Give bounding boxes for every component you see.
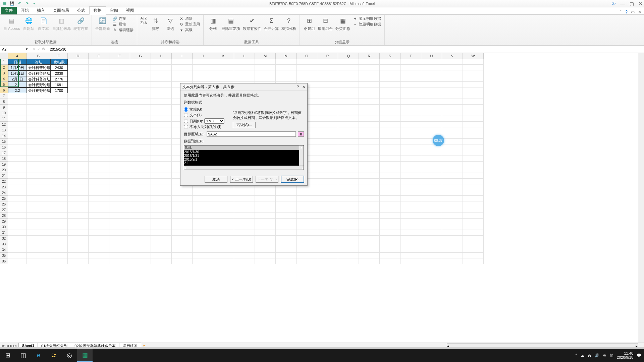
cell[interactable] [380, 127, 400, 133]
cell[interactable] [359, 139, 380, 144]
cell[interactable] [89, 184, 109, 190]
cell[interactable] [276, 241, 297, 247]
cell[interactable] [8, 133, 27, 139]
cell[interactable] [255, 236, 276, 241]
row-header[interactable]: 25 [0, 196, 8, 201]
cell[interactable] [172, 213, 193, 219]
clear-filter-button[interactable]: ✕清除 [179, 16, 200, 21]
cell[interactable] [89, 201, 109, 207]
cell[interactable] [68, 162, 89, 167]
cell[interactable] [255, 70, 276, 76]
cell[interactable] [400, 162, 421, 167]
cell[interactable] [421, 105, 442, 110]
cell[interactable] [317, 116, 338, 122]
remove-duplicates-button[interactable]: ▤删除重复项 [222, 16, 240, 31]
cell[interactable] [359, 70, 380, 76]
cell[interactable] [68, 116, 89, 122]
cell[interactable] [213, 207, 234, 213]
cell[interactable] [380, 184, 400, 190]
cell[interactable] [109, 207, 130, 213]
cell[interactable] [213, 70, 234, 76]
undo-icon[interactable]: ↶ [17, 1, 22, 6]
cell[interactable] [400, 236, 421, 241]
tray-notifications-icon[interactable]: 💬 [637, 353, 641, 358]
cell[interactable] [463, 127, 484, 133]
cell[interactable] [442, 116, 463, 122]
cell[interactable] [27, 201, 50, 207]
cell[interactable] [338, 127, 359, 133]
cell[interactable] [8, 156, 27, 162]
cell[interactable] [89, 156, 109, 162]
cell[interactable] [359, 184, 380, 190]
cell[interactable] [421, 184, 442, 190]
col-header[interactable]: N [276, 53, 297, 59]
close-icon[interactable]: ✕ [639, 1, 643, 6]
tab-page-layout[interactable]: 页面布局 [49, 7, 73, 14]
cell[interactable] [359, 258, 380, 264]
cell[interactable] [8, 93, 27, 99]
cell[interactable] [421, 230, 442, 236]
cell[interactable]: 日期 [8, 59, 27, 65]
cell[interactable] [400, 253, 421, 258]
dialog-titlebar[interactable]: 文本分列向导 - 第 3 步，共 3 步 ?✕ [180, 83, 307, 91]
cell[interactable] [463, 253, 484, 258]
help-icon[interactable]: ? [625, 10, 628, 14]
cell[interactable] [338, 173, 359, 179]
cell[interactable] [109, 122, 130, 127]
row-header[interactable]: 15 [0, 139, 8, 144]
cell[interactable] [463, 122, 484, 127]
cell[interactable] [27, 219, 50, 224]
cell[interactable] [151, 236, 172, 241]
reapply-button[interactable]: ↻重新应用 [179, 22, 200, 27]
cell[interactable] [276, 258, 297, 264]
cell[interactable] [442, 173, 463, 179]
cell[interactable] [50, 144, 68, 150]
cell[interactable] [276, 201, 297, 207]
text-to-columns-button[interactable]: ▥分列 [207, 16, 219, 31]
cell[interactable] [359, 99, 380, 105]
cell[interactable] [89, 196, 109, 201]
cell[interactable] [50, 219, 68, 224]
back-button[interactable]: < 上一步(B) [230, 176, 253, 183]
cell[interactable] [193, 241, 213, 247]
cell[interactable] [276, 76, 297, 82]
cell[interactable] [68, 201, 89, 207]
cell[interactable] [442, 87, 463, 93]
whatif-button[interactable]: ?模拟分析 [281, 16, 296, 31]
cell[interactable] [109, 87, 130, 93]
cell[interactable] [338, 133, 359, 139]
window-close-icon[interactable]: ✕ [638, 10, 641, 14]
cell[interactable] [234, 196, 255, 201]
cell[interactable] [338, 230, 359, 236]
cell[interactable] [234, 241, 255, 247]
cell[interactable] [8, 184, 27, 190]
cell[interactable] [8, 241, 27, 247]
from-web-button[interactable]: 🌐自网站 [23, 16, 35, 31]
cell[interactable] [400, 105, 421, 110]
cell[interactable]: 2月1日 [8, 76, 27, 82]
cell[interactable] [380, 99, 400, 105]
cell[interactable] [359, 219, 380, 224]
cell[interactable] [89, 144, 109, 150]
cell[interactable]: 发帖数 [50, 59, 68, 65]
cell[interactable] [255, 219, 276, 224]
cell[interactable] [68, 70, 89, 76]
cell[interactable] [109, 99, 130, 105]
cell[interactable] [130, 87, 151, 93]
cell[interactable] [89, 127, 109, 133]
cell[interactable] [421, 253, 442, 258]
cell[interactable] [442, 179, 463, 184]
task-view-icon[interactable]: ◫ [15, 349, 31, 362]
cell[interactable] [400, 224, 421, 230]
cell[interactable] [463, 190, 484, 196]
cell[interactable] [317, 247, 338, 253]
cell[interactable] [213, 59, 234, 65]
cell[interactable] [276, 253, 297, 258]
cell[interactable] [463, 87, 484, 93]
cell[interactable] [359, 150, 380, 156]
cell[interactable] [400, 144, 421, 150]
cell[interactable] [463, 207, 484, 213]
row-header[interactable]: 26 [0, 201, 8, 207]
tray-network-icon[interactable]: 🖧 [588, 353, 591, 357]
row-header[interactable]: 36 [0, 258, 8, 264]
